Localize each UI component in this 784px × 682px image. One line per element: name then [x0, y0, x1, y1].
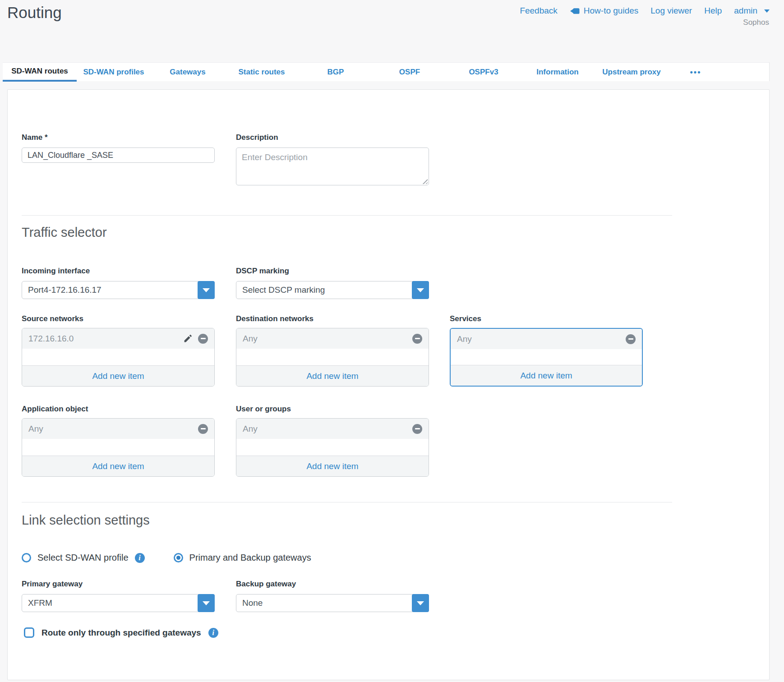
tab-static-routes[interactable]: Static routes	[225, 63, 299, 82]
primary-gateway-label: Primary gateway	[22, 580, 215, 589]
incoming-interface-select[interactable]: Port4-172.16.16.17	[22, 281, 215, 299]
tab-gateways[interactable]: Gateways	[151, 63, 225, 82]
dscp-marking-value: Select DSCP marking	[236, 281, 429, 299]
add-new-item-button[interactable]: Add new item	[22, 365, 214, 386]
app-header: Routing Feedback How-to guides Log viewe…	[0, 0, 784, 62]
radio-checked-icon[interactable]	[174, 553, 183, 562]
backup-gateway-select[interactable]: None	[236, 594, 429, 612]
primary-gateway-select[interactable]: XFRM	[22, 594, 215, 612]
remove-item-icon[interactable]	[626, 334, 636, 344]
tab-sdwan-routes[interactable]: SD-WAN routes	[3, 63, 77, 82]
section-divider	[22, 502, 672, 502]
video-camera-icon	[570, 7, 580, 15]
link-selection-heading: Link selection settings	[22, 513, 150, 528]
triangle-down-icon	[417, 601, 424, 605]
dscp-marking-label: DSCP marking	[236, 267, 429, 276]
remove-item-icon[interactable]	[412, 424, 422, 434]
add-new-item-button[interactable]: Add new item	[451, 365, 642, 386]
routing-tabbar: SD-WAN routes SD-WAN profiles Gateways S…	[3, 62, 770, 81]
user-or-groups-listbox: Any Add new item	[236, 418, 429, 477]
application-object-label: Application object	[22, 405, 215, 414]
tab-upstream-proxy[interactable]: Upstream proxy	[595, 63, 669, 82]
tab-sdwan-profiles[interactable]: SD-WAN profiles	[77, 63, 151, 82]
list-item: 172.16.16.0	[22, 328, 214, 349]
triangle-down-icon	[417, 288, 424, 292]
section-divider	[22, 215, 672, 216]
remove-item-icon[interactable]	[198, 424, 208, 434]
tab-information[interactable]: Information	[521, 63, 595, 82]
dscp-marking-select[interactable]: Select DSCP marking	[236, 281, 429, 299]
tab-more-ellipsis[interactable]: •••	[669, 63, 723, 82]
feedback-link[interactable]: Feedback	[520, 6, 557, 16]
backup-gateway-label: Backup gateway	[236, 580, 429, 589]
remove-item-icon[interactable]	[412, 334, 422, 344]
add-new-item-button[interactable]: Add new item	[22, 456, 214, 476]
header-links: Feedback How-to guides Log viewer Help a…	[520, 6, 770, 16]
dropdown-button[interactable]	[412, 281, 429, 299]
user-or-groups-label: User or groups	[236, 405, 429, 414]
traffic-selector-heading: Traffic selector	[22, 225, 107, 240]
page-title: Routing	[7, 4, 62, 22]
triangle-down-icon	[203, 288, 210, 292]
description-textarea[interactable]	[236, 147, 429, 185]
incoming-interface-value: Port4-172.16.16.17	[22, 281, 215, 299]
destination-networks-label: Destination networks	[236, 314, 429, 323]
triangle-down-icon	[203, 601, 210, 605]
list-item: Any	[236, 419, 429, 439]
info-icon[interactable]: i	[135, 553, 145, 563]
primary-gateway-value: XFRM	[22, 594, 215, 612]
list-item: Any	[236, 328, 429, 349]
name-label: Name *	[22, 133, 215, 142]
add-new-item-button[interactable]: Add new item	[236, 456, 429, 476]
log-viewer-link[interactable]: Log viewer	[650, 6, 692, 16]
dropdown-button[interactable]	[198, 281, 215, 299]
tab-bgp[interactable]: BGP	[299, 63, 373, 82]
remove-item-icon[interactable]	[198, 334, 208, 344]
backup-gateway-value: None	[236, 594, 429, 612]
destination-networks-listbox: Any Add new item	[236, 328, 429, 387]
brand-label: Sophos	[743, 18, 769, 27]
help-link[interactable]: Help	[704, 6, 722, 16]
services-label: Services	[450, 314, 643, 323]
link-selection-radio-group: Select SD-WAN profile i Primary and Back…	[22, 553, 311, 563]
services-listbox: Any Add new item	[450, 328, 643, 387]
list-item: Any	[451, 329, 642, 349]
application-object-listbox: Any Add new item	[22, 418, 215, 477]
source-networks-label: Source networks	[22, 314, 215, 323]
route-only-checkbox-row: Route only through specified gateways i	[24, 627, 218, 638]
sdwan-route-form-card: Name * Description Traffic selector Inco…	[7, 89, 770, 680]
info-icon[interactable]: i	[208, 628, 218, 638]
name-input[interactable]	[22, 147, 215, 163]
radio-primary-backup-gateways[interactable]: Primary and Backup gateways	[174, 553, 311, 563]
route-only-checkbox-label: Route only through specified gateways	[42, 628, 201, 638]
checkbox-unchecked-icon[interactable]	[24, 627, 34, 638]
incoming-interface-label: Incoming interface	[22, 267, 215, 276]
list-item: Any	[22, 419, 214, 439]
edit-pencil-icon[interactable]	[183, 334, 193, 343]
tab-ospf[interactable]: OSPF	[373, 63, 447, 82]
source-networks-listbox: 172.16.16.0 Add new item	[22, 328, 215, 387]
description-label: Description	[236, 133, 429, 142]
caret-down-icon	[764, 9, 770, 13]
dropdown-button[interactable]	[198, 594, 215, 612]
admin-menu[interactable]: admin	[734, 6, 770, 16]
howto-guides-link[interactable]: How-to guides	[570, 6, 638, 16]
add-new-item-button[interactable]: Add new item	[236, 365, 429, 386]
tab-ospfv3[interactable]: OSPFv3	[447, 63, 521, 82]
radio-select-sdwan-profile[interactable]: Select SD-WAN profile i	[22, 553, 145, 563]
dropdown-button[interactable]	[412, 594, 429, 612]
radio-unchecked-icon[interactable]	[22, 553, 31, 562]
